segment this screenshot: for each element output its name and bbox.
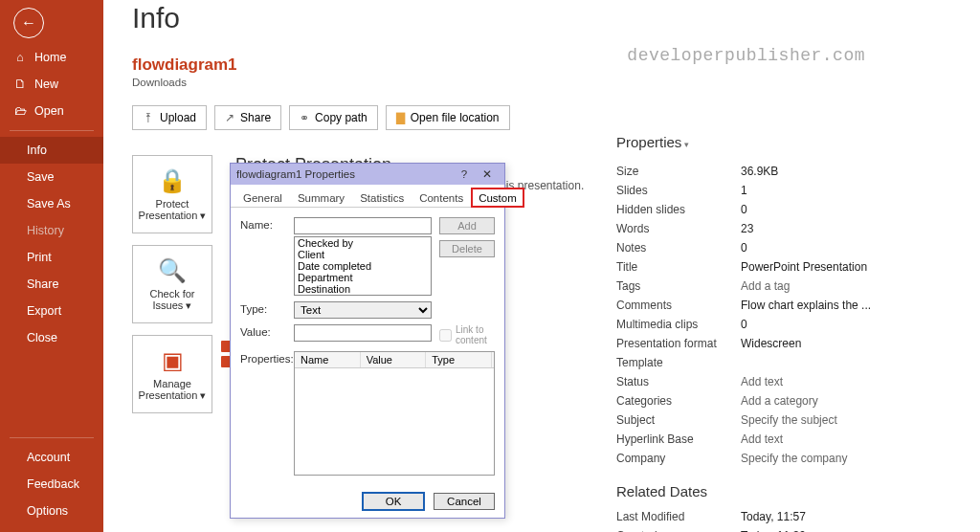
prop-slides-value: 1 xyxy=(741,184,942,197)
prop-pf-label: Presentation format xyxy=(616,337,741,350)
prop-slides-label: Slides xyxy=(616,184,741,197)
nav-history[interactable]: History xyxy=(0,217,103,244)
share-button[interactable]: ↗Share xyxy=(214,105,281,130)
dialog-titlebar[interactable]: flowdiagram1 Properties ? ✕ xyxy=(231,164,504,185)
link-checkbox-input[interactable] xyxy=(439,329,452,342)
prop-cat-value[interactable]: Add a category xyxy=(741,394,942,408)
name-input[interactable] xyxy=(294,217,432,234)
nav-account[interactable]: Account xyxy=(0,444,103,471)
prop-cat-label: Categories xyxy=(616,394,741,408)
add-button[interactable]: Add xyxy=(439,217,495,234)
cancel-button[interactable]: Cancel xyxy=(434,493,495,510)
copypath-button[interactable]: ⚭Copy path xyxy=(289,105,378,130)
tab-general[interactable]: General xyxy=(236,188,289,207)
prop-mm-label: Multimedia clips xyxy=(616,318,741,331)
nav-open[interactable]: 🗁Open xyxy=(0,98,103,124)
nav-info[interactable]: Info xyxy=(0,137,103,164)
properties-dialog: flowdiagram1 Properties ? ✕ General Summ… xyxy=(230,163,505,519)
prop-comments-value[interactable]: Flow chart explains the ... xyxy=(741,299,942,312)
tab-statistics[interactable]: Statistics xyxy=(353,188,411,207)
type-label: Type: xyxy=(240,301,286,315)
properties-header[interactable]: Properties xyxy=(616,134,942,150)
action-bar: ⭱Upload ↗Share ⚭Copy path ▇Open file loc… xyxy=(132,105,951,130)
open-icon: 🗁 xyxy=(13,104,27,118)
openloc-button[interactable]: ▇Open file location xyxy=(386,105,510,130)
prop-hb-value[interactable]: Add text xyxy=(741,432,942,446)
list-item[interactable]: Checked by xyxy=(295,237,431,249)
link-checkbox[interactable]: Link to content xyxy=(439,324,495,345)
name-listbox[interactable]: Checked by Client Date completed Departm… xyxy=(294,236,432,296)
link-icon: ⚭ xyxy=(300,111,309,124)
prop-pf-value: Widescreen xyxy=(741,337,942,350)
properties-grid[interactable]: Name Value Type xyxy=(294,351,495,476)
tab-summary[interactable]: Summary xyxy=(291,188,351,207)
folder-icon: ▇ xyxy=(396,111,405,124)
upload-label: Upload xyxy=(160,111,196,124)
prop-hb-label: Hyperlink Base xyxy=(616,432,741,446)
nav-options[interactable]: Options xyxy=(0,498,103,524)
prop-size-value: 36.9KB xyxy=(741,165,942,178)
prop-status-value[interactable]: Add text xyxy=(741,375,942,388)
openloc-label: Open file location xyxy=(411,111,500,124)
prop-subj-value[interactable]: Specify the subject xyxy=(741,413,942,427)
close-icon[interactable]: ✕ xyxy=(476,167,499,181)
upload-button[interactable]: ⭱Upload xyxy=(132,105,207,130)
check-label: Check for Issues ▾ xyxy=(137,288,208,312)
nav-share[interactable]: Share xyxy=(0,271,103,298)
nav-home[interactable]: ⌂Home xyxy=(0,44,103,71)
prop-lm-label: Last Modified xyxy=(616,510,741,523)
prop-tags-value[interactable]: Add a tag xyxy=(741,279,942,293)
nav-new-label: New xyxy=(34,78,58,91)
help-icon[interactable]: ? xyxy=(453,168,476,180)
nav-feedback[interactable]: Feedback xyxy=(0,471,103,498)
name-label: Name: xyxy=(240,217,286,231)
prop-status-label: Status xyxy=(616,375,741,388)
nav-close[interactable]: Close xyxy=(0,324,103,351)
copypath-label: Copy path xyxy=(315,111,368,124)
tab-contents[interactable]: Contents xyxy=(412,188,470,207)
page-title: Info xyxy=(132,2,951,34)
list-item[interactable]: Destination xyxy=(295,283,431,295)
nav-open-label: Open xyxy=(34,104,64,118)
lock-icon: 🔒 xyxy=(158,167,187,194)
nav-new[interactable]: 🗋New xyxy=(0,71,103,98)
grid-col-type: Type xyxy=(426,352,492,367)
prop-lm-value: Today, 11:57 xyxy=(741,510,942,523)
type-select[interactable]: Text xyxy=(294,301,432,319)
list-item[interactable]: Disposition xyxy=(295,295,431,296)
list-item[interactable]: Department xyxy=(295,272,431,283)
home-icon: ⌂ xyxy=(13,51,27,64)
nav-print[interactable]: Print xyxy=(0,244,103,271)
nav-home-label: Home xyxy=(34,51,66,64)
prop-words-label: Words xyxy=(616,222,741,235)
manage-label: Manage Presentation ▾ xyxy=(137,378,208,402)
nav-save[interactable]: Save xyxy=(0,164,103,190)
prop-notes-value: 0 xyxy=(741,241,942,255)
prop-size-label: Size xyxy=(616,165,741,178)
delete-button[interactable]: Delete xyxy=(439,240,495,257)
props-label: Properties: xyxy=(240,351,286,365)
prop-hidden-label: Hidden slides xyxy=(616,203,741,216)
prop-mm-value: 0 xyxy=(741,318,942,331)
list-item[interactable]: Date completed xyxy=(295,260,431,272)
check-issues-button[interactable]: 🔍 Check for Issues ▾ xyxy=(132,245,212,323)
grid-col-value: Value xyxy=(361,352,427,367)
nav-export[interactable]: Export xyxy=(0,298,103,324)
value-input[interactable] xyxy=(294,324,432,342)
backstage-sidebar: ← ⌂Home 🗋New 🗁Open Info Save Save As His… xyxy=(0,0,103,532)
prop-tags-label: Tags xyxy=(616,279,741,293)
protect-presentation-button[interactable]: 🔒 Protect Presentation ▾ xyxy=(132,155,212,233)
back-arrow-icon[interactable]: ← xyxy=(13,8,44,38)
nav-saveas[interactable]: Save As xyxy=(0,190,103,217)
prop-comp-value[interactable]: Specify the company xyxy=(741,452,942,465)
protect-label: Protect Presentation ▾ xyxy=(137,198,208,222)
share-label: Share xyxy=(240,111,271,124)
list-item[interactable]: Client xyxy=(295,249,431,260)
ok-button[interactable]: OK xyxy=(363,493,424,510)
tab-custom[interactable]: Custom xyxy=(472,188,523,207)
prop-title-value[interactable]: PowerPoint Presentation xyxy=(741,260,942,274)
prop-notes-label: Notes xyxy=(616,241,741,255)
manage-presentation-button[interactable]: ▣ Manage Presentation ▾ xyxy=(132,335,212,413)
prop-title-label: Title xyxy=(616,260,741,274)
breadcrumb: Downloads xyxy=(132,77,951,88)
